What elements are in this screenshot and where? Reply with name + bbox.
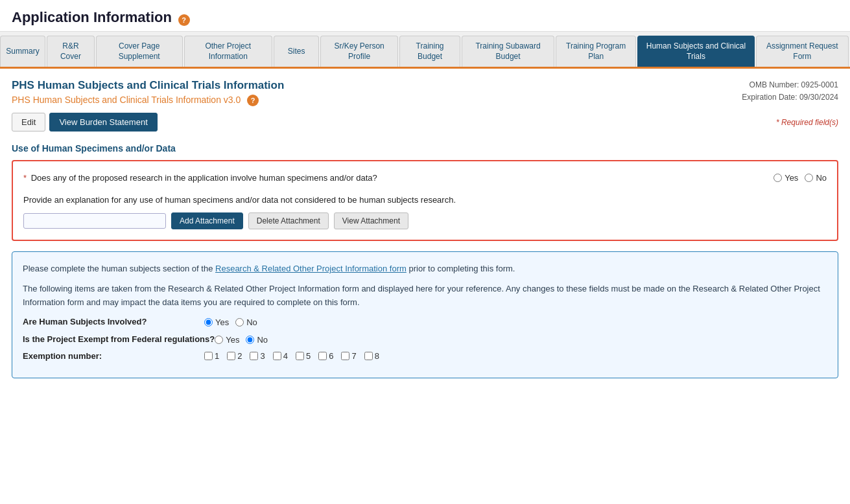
exemption-2[interactable]: 2 [227,351,242,361]
exempt-no[interactable]: No [246,335,268,345]
page-title: Application Information [12,9,172,25]
exemption-5[interactable]: 5 [296,351,311,361]
human-specimens-box: * Does any of the proposed research in t… [12,160,838,241]
exemption-checkbox-5[interactable] [296,352,304,360]
omb-info: OMB Number: 0925-0001 Expiration Date: 0… [742,79,838,104]
exemption-checkbox-3[interactable] [250,352,258,360]
human-subjects-yes-radio[interactable] [204,318,213,326]
field-exempt: Is the Project Exempt from Federal regul… [23,334,827,345]
info-box: Please complete the human subjects secti… [12,251,838,378]
question1-no-option[interactable]: No [805,173,827,183]
exemption-checkboxes: 1 2 3 4 5 6 7 8 [204,351,379,361]
delete-attachment-button[interactable]: Delete Attachment [248,212,329,229]
exemption-checkbox-1[interactable] [204,352,213,360]
question1-text: * Does any of the proposed research in t… [23,172,773,185]
explanation-text: Provide an explanation for any use of hu… [23,194,827,207]
omb-number: OMB Number: 0925-0001 [742,79,838,91]
form-title-block: PHS Human Subjects and Clinical Trials I… [12,79,284,106]
tab-cover-page-supplement[interactable]: Cover Page Supplement [96,36,183,67]
exemption-checkbox-2[interactable] [227,352,235,360]
human-subjects-yes[interactable]: Yes [204,317,229,327]
exempt-yes-radio[interactable] [215,336,223,344]
tab-bar: Summary R&R Cover Cover Page Supplement … [0,32,850,69]
field-human-subjects-radio: Yes No [204,316,257,327]
section-human-specimens-title: Use of Human Specimens and/or Data [12,143,838,154]
field-exempt-label: Is the Project Exempt from Federal regul… [23,334,215,344]
exempt-no-radio[interactable] [246,336,254,344]
edit-button[interactable]: Edit [12,113,45,132]
required-star: * [23,173,27,183]
exemption-6[interactable]: 6 [318,351,333,361]
main-content: PHS Human Subjects and Clinical Trials I… [0,69,850,389]
add-attachment-button[interactable]: Add Attachment [171,212,243,229]
question1-no-radio[interactable] [805,174,813,182]
tab-assignment-request-form[interactable]: Assignment Request Form [756,36,849,67]
field-exempt-radio: Yes No [215,334,268,345]
tab-summary[interactable]: Summary [0,36,45,67]
page-header: Application Information ? [0,0,850,32]
required-note: * Required field(s) [776,118,838,127]
buttons-row: Edit View Burden Statement * Required fi… [12,113,838,132]
tab-training-subaward-budget[interactable]: Training Subaward Budget [462,36,554,67]
form-title: PHS Human Subjects and Clinical Trials I… [12,79,284,92]
attachment-row: Add Attachment Delete Attachment View At… [23,212,827,229]
tab-training-program-plan[interactable]: Training Program Plan [556,36,636,67]
exemption-checkbox-7[interactable] [341,352,349,360]
exemption-checkbox-6[interactable] [318,352,327,360]
exemption-checkbox-8[interactable] [364,352,373,360]
tab-rr-cover[interactable]: R&R Cover [47,36,95,67]
exemption-8[interactable]: 8 [364,351,379,361]
exemption-checkbox-4[interactable] [273,352,281,360]
exemption-3[interactable]: 3 [250,351,265,361]
exemption-4[interactable]: 4 [273,351,288,361]
question1-yes-option[interactable]: Yes [773,173,798,183]
attachment-input[interactable] [23,213,166,229]
action-buttons: Edit View Burden Statement [12,113,158,132]
tab-training-budget[interactable]: Training Budget [399,36,460,67]
view-burden-button[interactable]: View Burden Statement [49,113,157,132]
human-subjects-no[interactable]: No [235,317,257,327]
question1-yes-radio[interactable] [773,174,782,182]
exemption-7[interactable]: 7 [341,351,356,361]
field-human-subjects-label: Are Human Subjects Involved? [23,317,204,326]
form-header: PHS Human Subjects and Clinical Trials I… [12,79,838,106]
field-exemption-number: Exemption number: 1 2 3 4 5 6 7 8 [23,351,827,361]
question1-row: * Does any of the proposed research in t… [23,172,827,185]
expiration-date: Expiration Date: 09/30/2024 [742,91,838,104]
tab-sites[interactable]: Sites [274,36,319,67]
human-subjects-no-radio[interactable] [235,318,244,326]
page-help-icon[interactable]: ? [178,14,190,26]
field-human-subjects-involved: Are Human Subjects Involved? Yes No [23,316,827,327]
form-subtitle: PHS Human Subjects and Clinical Trials I… [12,95,284,106]
view-attachment-button[interactable]: View Attachment [334,212,408,229]
tab-human-subjects[interactable]: Human Subjects and Clinical Trials [637,36,754,67]
tab-other-project-info[interactable]: Other Project Information [184,36,273,67]
tab-sr-key-person-profile[interactable]: Sr/Key Person Profile [320,36,398,67]
question1-radio-group: Yes No [773,172,827,183]
info-link[interactable]: Research & Related Other Project Informa… [215,264,407,273]
exemption-1[interactable]: 1 [204,351,219,361]
form-subtitle-help-icon[interactable]: ? [247,95,259,106]
info-intro: Please complete the human subjects secti… [23,262,827,276]
field-exemption-label: Exemption number: [23,351,204,361]
info-body: The following items are taken from the R… [23,282,827,310]
exempt-yes[interactable]: Yes [215,335,239,345]
